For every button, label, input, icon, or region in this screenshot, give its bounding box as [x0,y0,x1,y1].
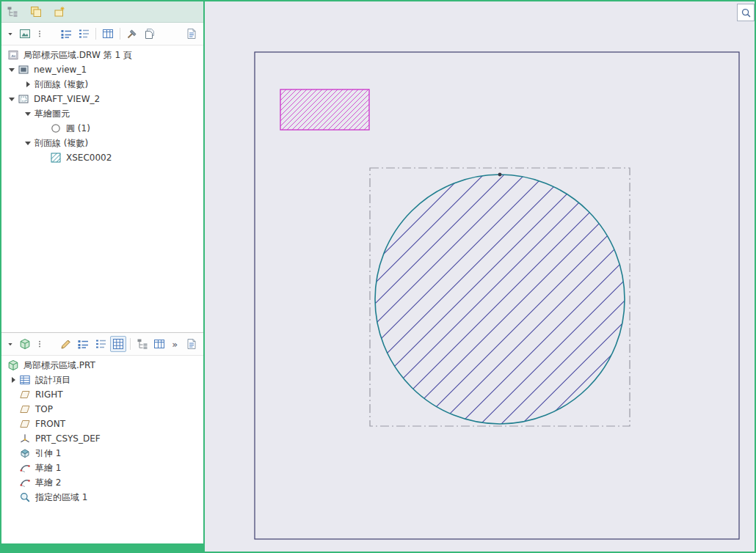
expander-icon[interactable] [7,62,18,77]
drawing-view-icon [18,64,29,76]
tree-item-label: TOP [34,404,53,414]
drawing-canvas[interactable] [205,1,755,552]
tree-item-part[interactable]: 局部標示區域.PRT [1,358,203,373]
tree-item-design-items[interactable]: 設計項目 [1,373,203,387]
drawing-tree-toolbar [1,23,203,45]
expander-spacer [9,387,19,402]
tree-item-datum-front[interactable]: FRONT [1,417,203,431]
list-settings-icon[interactable] [76,336,92,352]
tree-item-extrude[interactable]: 引伸 1 [1,446,203,461]
graphics-area[interactable] [205,1,755,552]
design-items-icon [19,374,31,386]
tree-options-caret-icon[interactable] [5,26,15,42]
datum-plane-icon [19,389,31,400]
edit-display-icon[interactable] [58,336,74,352]
tree-item-datum-top[interactable]: TOP [1,402,203,417]
expander-icon[interactable] [23,106,34,121]
tree-item-view[interactable]: new_view_1 [1,62,203,77]
navigator-panel: 局部標示區域.DRW 第 1 頁 new_view_1 剖面線 (複數) DRA… [1,1,205,552]
tree-item-sketch-2[interactable]: 草繪 2 [1,475,203,490]
tree-item-hatch-group[interactable]: 剖面線 (複數) [1,77,203,92]
columns-icon[interactable] [152,336,168,352]
tree-item-label: new_view_1 [33,65,87,75]
region-icon [19,491,31,503]
sheets-icon[interactable] [142,26,158,42]
hierarchy-icon[interactable] [134,336,150,352]
extrude-icon [19,447,31,459]
tree-item-label: FRONT [34,419,65,429]
expander-spacer [9,461,19,475]
tree-item-label: 剖面線 (複數) [34,137,88,150]
new-layer-icon[interactable] [53,5,66,18]
circle-icon [50,122,62,134]
expander-icon[interactable] [9,373,19,387]
tree-item-csys[interactable]: PRT_CSYS_DEF [1,431,203,446]
expander-spacer [9,417,19,431]
doc-options-icon[interactable] [183,336,200,352]
list-view-icon[interactable] [76,26,92,42]
expander-spacer [40,150,50,165]
model-icon[interactable] [17,336,33,352]
expander-icon[interactable] [23,77,34,92]
tools-icon[interactable] [124,26,140,42]
magnifier-icon [741,7,752,18]
active-window-strip [1,543,203,552]
drawing-tree: 局部標示區域.DRW 第 1 頁 new_view_1 剖面線 (複數) DRA… [1,45,203,332]
copy-layers-icon[interactable] [29,5,43,18]
list-settings-icon[interactable] [58,26,74,42]
tree-item-label: 局部標示區域.DRW 第 1 頁 [23,49,132,62]
expander-icon[interactable] [7,92,18,106]
tree-item-label: 引伸 1 [34,447,61,460]
tree-item-hatch-group[interactable]: 剖面線 (複數) [1,136,203,150]
section-circle[interactable] [375,175,625,424]
datum-plane-icon [19,403,31,415]
tree-item-view[interactable]: DRAFT_VIEW_2 [1,92,203,106]
tree-item-sketch-entities[interactable]: 草繪圖元 [1,106,203,121]
list-view-icon[interactable] [92,336,109,352]
tree-item-circle[interactable]: 圓 (1) [1,121,203,136]
hierarchy-icon[interactable] [6,5,19,18]
tree-item-label: XSEC0002 [65,153,112,163]
grid-icon[interactable] [110,336,126,352]
columns-icon[interactable] [100,26,116,42]
tree-item-designated-area[interactable]: 指定的區域 1 [1,490,203,505]
doc-options-icon[interactable] [183,26,200,42]
tree-display-icon[interactable] [17,26,33,42]
tree-item-label: 草繪 1 [34,462,61,475]
toolbar-separator [120,28,120,40]
sketch-icon [19,477,31,488]
tree-item-label: 指定的區域 1 [34,491,87,504]
tree-item-label: RIGHT [34,389,63,400]
kebab-menu-icon[interactable] [34,336,45,352]
vertex-point[interactable] [498,173,502,177]
datum-plane-icon [19,418,31,430]
kebab-menu-icon[interactable] [34,26,45,42]
tree-item-sketch-1[interactable]: 草繪 1 [1,461,203,475]
model-tree-toolbar: » [1,332,203,356]
canvas-zoom-button[interactable] [737,4,755,21]
tree-item-xsec[interactable]: XSEC0002 [1,150,203,165]
layer-quick-toolbar [1,1,203,23]
overflow-chevron[interactable]: » [169,336,181,352]
tree-item-label: 局部標示區域.PRT [23,359,95,372]
sketch-icon [19,462,31,474]
tree-item-label: DRAFT_VIEW_2 [33,94,100,104]
expander-icon[interactable] [23,136,34,150]
model-tree: 局部標示區域.PRT 設計項目 RIGHT TOP FRONT [1,356,203,543]
tree-item-drawing[interactable]: 局部標示區域.DRW 第 1 頁 [1,48,203,62]
tree-item-datum-right[interactable]: RIGHT [1,387,203,402]
toolbar-separator [130,338,131,350]
hatch-icon [50,152,62,164]
highlight-hatch-region[interactable] [280,89,369,130]
part-icon [7,359,19,371]
drawing-sheet-icon [7,49,19,61]
expander-spacer [9,490,19,505]
app-window: 局部標示區域.DRW 第 1 頁 new_view_1 剖面線 (複數) DRA… [0,0,756,553]
expander-spacer [9,431,19,446]
tree-item-label: 草繪 2 [34,477,61,489]
tree-item-label: PRT_CSYS_DEF [34,433,101,444]
tree-item-label: 圓 (1) [65,122,90,135]
expander-spacer [40,121,50,136]
tree-options-caret-icon[interactable] [5,336,15,352]
tree-item-label: 設計項目 [34,374,70,387]
